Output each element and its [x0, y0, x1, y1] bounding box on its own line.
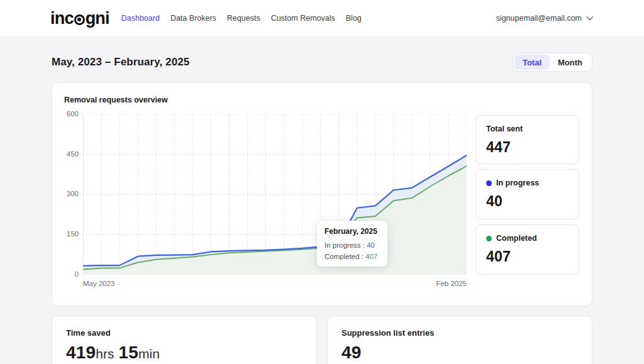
- title-row: May, 2023 – February, 2025 Total Month: [52, 53, 592, 72]
- stat-card-completed: Completed 407: [475, 224, 579, 275]
- incogni-logo[interactable]: incgni: [50, 9, 109, 28]
- dashboard-main: May, 2023 – February, 2025 Total Month R…: [0, 37, 644, 364]
- y-tick-0: 0: [52, 270, 79, 278]
- y-tick-150: 150: [52, 230, 79, 238]
- chevron-down-icon: [586, 13, 593, 19]
- y-tick-300: 300: [52, 190, 79, 197]
- nav-item-custom-removals[interactable]: Custom Removals: [271, 14, 335, 23]
- stat-card-total-sent: Total sent 447: [475, 115, 579, 164]
- tooltip-in-progress-label: In progress :: [325, 241, 365, 249]
- in-progress-value: 40: [486, 193, 569, 210]
- time-saved-value: 419hrs15min: [66, 343, 303, 363]
- suppression-list-card: Suppression list entries 49: [327, 316, 592, 364]
- chart-stats-column: Total sent 447 In progress 40 Completed …: [475, 115, 579, 275]
- time-saved-hours: 419: [66, 343, 96, 362]
- removal-requests-card: Removal requests overview 600 450 300 15…: [52, 82, 592, 306]
- suppression-list-count: 49: [341, 343, 362, 362]
- tooltip-row-in-progress: In progress :40: [325, 241, 380, 249]
- time-saved-minutes-unit: min: [138, 346, 160, 361]
- account-email: signupemail@email.com: [496, 14, 582, 23]
- nav-item-data-brokers[interactable]: Data Brokers: [170, 14, 216, 23]
- toggle-option-month[interactable]: Month: [550, 55, 591, 70]
- nav-item-requests[interactable]: Requests: [227, 14, 260, 23]
- removal-requests-title: Removal requests overview: [64, 96, 168, 104]
- in-progress-label: In progress: [496, 179, 539, 187]
- total-sent-label: Total sent: [486, 124, 523, 133]
- nav-item-blog[interactable]: Blog: [346, 14, 362, 23]
- page-title: May, 2023 – February, 2025: [52, 56, 189, 69]
- suppression-list-value: 49: [341, 343, 578, 363]
- tooltip-row-completed: Completed :407: [325, 253, 380, 260]
- stat-card-in-progress: In progress 40: [475, 169, 579, 219]
- time-saved-minutes: 15: [119, 343, 139, 362]
- time-saved-hours-unit: hrs: [96, 346, 114, 361]
- total-sent-value: 447: [486, 139, 569, 156]
- suppression-list-title: Suppression list entries: [341, 328, 578, 338]
- logo-text-post: gni: [86, 9, 109, 28]
- time-saved-title: Time saved: [66, 328, 303, 338]
- tooltip-completed-value: 407: [365, 253, 377, 260]
- total-month-toggle: Total Month: [513, 53, 592, 72]
- bottom-cards-row: Time saved 419hrs15min Suppression list …: [52, 316, 592, 364]
- y-tick-600: 600: [52, 110, 79, 118]
- tooltip-completed-label: Completed :: [325, 253, 364, 260]
- completed-label: Completed: [496, 234, 537, 243]
- top-navbar: incgni Dashboard Data Brokers Requests C…: [0, 0, 644, 37]
- tooltip-title: February, 2025: [325, 227, 380, 236]
- in-progress-dot-icon: [486, 180, 492, 186]
- tooltip-in-progress-value: 40: [367, 241, 375, 249]
- incogni-eye-o-icon: [74, 14, 85, 25]
- toggle-option-total[interactable]: Total: [514, 55, 550, 70]
- time-saved-card: Time saved 419hrs15min: [52, 316, 317, 364]
- logo-text-pre: inc: [50, 9, 74, 28]
- removal-requests-chart[interactable]: [83, 114, 467, 275]
- y-tick-450: 450: [52, 150, 79, 158]
- main-nav: Dashboard Data Brokers Requests Custom R…: [121, 14, 362, 23]
- x-tick-feb-2025: Feb 2025: [428, 280, 467, 287]
- nav-item-dashboard[interactable]: Dashboard: [121, 14, 160, 23]
- completed-value: 407: [486, 248, 569, 265]
- completed-dot-icon: [486, 236, 492, 241]
- x-tick-may-2023: May 2023: [83, 280, 115, 287]
- chart-tooltip: February, 2025 In progress :40 Completed…: [317, 221, 387, 267]
- account-menu[interactable]: signupemail@email.com: [496, 14, 592, 23]
